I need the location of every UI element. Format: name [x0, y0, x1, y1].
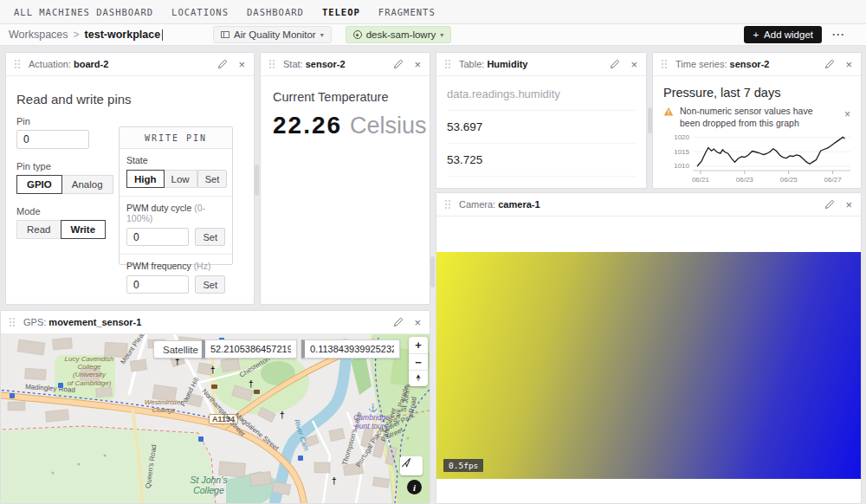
widget-title: Actuation: board-2 — [29, 59, 108, 69]
pwm-duty-section: PWM duty cycle (0-100%) Set — [120, 196, 232, 254]
widget-stat: Stat: sensor-2 × Current Temperature 22.… — [260, 52, 430, 305]
widget-header: Stat: sensor-2 × — [261, 53, 430, 76]
widget-timeseries: Time series: sensor-2 × Pressure, last 7… — [652, 52, 862, 189]
edit-widget-icon[interactable] — [824, 199, 835, 210]
resize-handle[interactable] — [255, 165, 259, 196]
machine-selector-label: Air Quality Monitor — [234, 29, 316, 40]
drag-handle-icon[interactable] — [445, 60, 451, 69]
part-selector[interactable]: desk-sam-lowry ▾ — [346, 26, 452, 43]
close-widget-icon[interactable]: × — [845, 59, 852, 70]
navigation-arrow-icon — [400, 456, 412, 468]
map-attribution-info-button[interactable]: i — [407, 480, 422, 494]
widget-header: Time series: sensor-2 × — [653, 53, 861, 76]
latitude-input[interactable] — [202, 339, 297, 359]
warning-icon — [663, 107, 674, 117]
x-tick-label: 06/23 — [736, 176, 754, 184]
fps-badge: 0.5fps — [443, 459, 483, 472]
drag-handle-icon[interactable] — [662, 60, 668, 69]
dismiss-warning-icon[interactable]: × — [844, 105, 850, 120]
drag-handle-icon[interactable] — [15, 60, 21, 69]
pwm-duty-set-button[interactable]: Set — [195, 228, 225, 246]
edit-widget-icon[interactable] — [610, 59, 620, 69]
nav-teleop[interactable]: TELEOP — [322, 7, 360, 17]
resize-handle[interactable] — [648, 107, 652, 133]
close-widget-icon[interactable]: × — [238, 59, 245, 70]
nav-all-machines-dashboard[interactable]: ALL MACHINES DASHBOARD — [14, 7, 153, 17]
locate-button[interactable] — [400, 456, 423, 475]
y-tick-label: 1010 — [674, 163, 689, 171]
table-body: data.readings.humidity 53.697 53.725 53.… — [436, 76, 646, 189]
widget-title: Table: Humidity — [459, 59, 527, 69]
x-tick-label: 06/27 — [824, 176, 843, 184]
map-tiles — [1, 334, 430, 504]
stat-label: Current Temperature — [273, 90, 417, 104]
table-row: 53.697 — [447, 111, 636, 144]
add-widget-button[interactable]: + Add widget — [744, 26, 822, 43]
pwm-freq-input[interactable] — [126, 275, 189, 294]
state-label: State — [126, 155, 225, 165]
more-menu-button[interactable]: ··· — [832, 29, 845, 41]
widget-header: Actuation: board-2 × — [6, 53, 254, 76]
close-widget-icon[interactable]: × — [414, 317, 421, 328]
resize-handle[interactable] — [430, 256, 435, 288]
widget-header: Table: Humidity × — [436, 53, 646, 76]
edit-widget-icon[interactable] — [824, 59, 835, 69]
widget-header: Camera: camera-1 × — [436, 193, 861, 216]
machine-icon — [221, 30, 229, 39]
nav-dashboard[interactable]: DASHBOARD — [247, 7, 304, 17]
x-tick-label: 06/25 — [780, 176, 798, 184]
write-pin-panel: WRITE PIN State High Low Set PWM duty cy… — [119, 126, 233, 265]
teleop-dashboard-page: ALL MACHINES DASHBOARD LOCATIONS DASHBOA… — [0, 0, 866, 504]
satellite-toggle-button[interactable]: Satellite — [153, 340, 208, 359]
pwm-freq-label: PWM frequency (Hz) — [126, 261, 225, 271]
stat-value: 22.26 — [273, 112, 342, 139]
widget-title: Camera: camera-1 — [459, 199, 540, 210]
close-widget-icon[interactable]: × — [845, 199, 852, 210]
drag-handle-icon[interactable] — [445, 200, 451, 210]
close-widget-icon[interactable]: × — [630, 59, 637, 70]
workspace-name-field[interactable]: test-workplace — [85, 29, 161, 41]
widget-table: Table: Humidity × data.readings.humidity… — [436, 52, 647, 189]
actuation-body: Read and write pins Pin Pin type GPIO An… — [6, 76, 254, 304]
pin-type-analog-button[interactable]: Analog — [61, 175, 113, 194]
breadcrumb-workspaces[interactable]: Workspaces — [9, 29, 68, 41]
x-tick-label: 06/21 — [692, 176, 710, 184]
zoom-in-button[interactable]: + — [409, 337, 428, 353]
machine-selector[interactable]: Air Quality Monitor ▾ — [213, 26, 332, 43]
widget-header: GPS: movement_sensor-1 × — [1, 311, 430, 334]
table-row: 53.725 — [447, 144, 636, 177]
nav-fragments[interactable]: FRAGMENTS — [378, 7, 436, 17]
y-tick-label: 1020 — [674, 133, 689, 141]
zoom-out-button[interactable]: − — [409, 353, 428, 370]
pin-input[interactable] — [16, 130, 89, 149]
top-nav: ALL MACHINES DASHBOARD LOCATIONS DASHBOA… — [0, 0, 866, 24]
nav-locations[interactable]: LOCATIONS — [171, 7, 229, 17]
drag-handle-icon[interactable] — [269, 60, 275, 69]
map-canvas[interactable]: Lucy Cavendish College (University of Ca… — [1, 334, 430, 504]
state-low-button[interactable]: Low — [164, 170, 197, 188]
edit-widget-icon[interactable] — [393, 317, 404, 327]
widget-gps: GPS: movement_sensor-1 × — [0, 310, 430, 504]
widget-title: Stat: sensor-2 — [283, 59, 346, 69]
state-section: State High Low Set — [120, 149, 232, 196]
pin-type-gpio-button[interactable]: GPIO — [16, 175, 62, 194]
state-high-button[interactable]: High — [126, 170, 165, 188]
drag-handle-icon[interactable] — [10, 318, 16, 327]
mode-read-button[interactable]: Read — [16, 220, 61, 239]
pwm-duty-input[interactable] — [126, 228, 189, 246]
warning-banner: Non-numeric sensor values have been drop… — [663, 105, 850, 129]
widget-title: GPS: movement_sensor-1 — [23, 317, 141, 327]
edit-widget-icon[interactable] — [393, 59, 404, 69]
pwm-freq-set-button[interactable]: Set — [195, 275, 225, 294]
state-set-button[interactable]: Set — [197, 170, 228, 188]
compass-pitch-button[interactable]: ▲ ▼ — [409, 370, 428, 386]
edit-widget-icon[interactable] — [217, 59, 228, 69]
mode-write-button[interactable]: Write — [61, 220, 107, 239]
warning-text: Non-numeric sensor values have been drop… — [680, 105, 825, 129]
actuation-heading: Read and write pins — [16, 92, 243, 107]
timeseries-body: Pressure, last 7 days Non-numeric sensor… — [653, 76, 861, 189]
close-widget-icon[interactable]: × — [414, 59, 421, 70]
text-cursor — [162, 29, 163, 41]
longitude-input[interactable] — [301, 339, 400, 359]
part-icon — [353, 30, 362, 39]
